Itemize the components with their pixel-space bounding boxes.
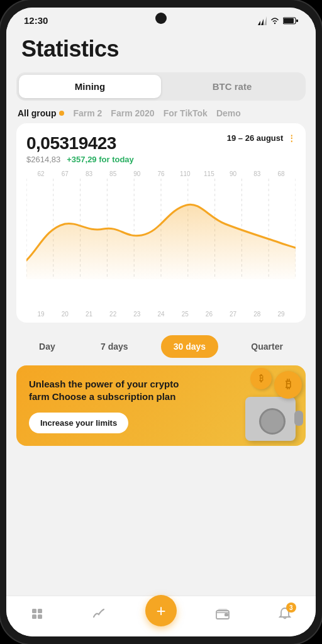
chart-area	[26, 179, 296, 304]
increase-limits-button[interactable]: Increase your limits	[29, 413, 128, 433]
period-quarter[interactable]: Quarter	[238, 335, 296, 358]
camera-notch	[155, 13, 167, 24]
top-label-6: 110	[173, 170, 197, 177]
bell-icon: 3	[276, 605, 294, 623]
svg-rect-5	[296, 19, 298, 22]
svg-rect-19	[32, 614, 36, 619]
coin-large: ₿	[274, 371, 302, 399]
period-30days[interactable]: 30 days	[161, 335, 218, 358]
top-label-3: 85	[101, 170, 125, 177]
filter-row: All group Farm 2 Farm 2020 For TikTok De…	[6, 108, 316, 123]
bot-label-2: 21	[77, 311, 101, 318]
bot-label-9: 28	[245, 311, 269, 318]
wallet-icon	[214, 605, 231, 623]
top-label-5: 76	[149, 170, 173, 177]
stats-icon	[91, 605, 108, 623]
period-day[interactable]: Day	[26, 335, 68, 358]
filter-farm2020[interactable]: Farm 2020	[111, 108, 154, 118]
svg-rect-18	[38, 609, 42, 613]
home-icon	[28, 605, 46, 623]
usd-value: $2614,83	[26, 155, 60, 164]
chart-svg	[26, 179, 296, 279]
status-icons	[258, 16, 298, 25]
filter-demo[interactable]: Demo	[216, 108, 241, 118]
notification-badge: 3	[286, 602, 296, 613]
main-content: Statistics Mining BTC rate All group Far…	[6, 30, 316, 596]
bot-label-10: 29	[269, 311, 293, 318]
chart-top-labels: 62 67 83 85 90 76 110 115 90 83 68	[26, 170, 296, 177]
main-value: 0,05319423	[26, 133, 134, 153]
period-row: Day 7 days 30 days Quarter	[6, 330, 316, 365]
svg-rect-4	[284, 18, 294, 23]
chart-bottom-labels: 19 20 21 22 23 24 25 26 27 28 29	[26, 308, 296, 318]
period-7days[interactable]: 7 days	[88, 335, 141, 358]
top-label-2: 83	[77, 170, 101, 177]
nav-home[interactable]	[21, 605, 53, 623]
tab-mining[interactable]: Mining	[19, 75, 161, 98]
nav-add[interactable]: +	[145, 601, 177, 626]
filter-all-group[interactable]: All group	[18, 108, 64, 118]
date-range[interactable]: 19 – 26 august ⋮	[227, 133, 296, 143]
tab-btc-rate[interactable]: BTC rate	[161, 75, 303, 98]
top-label-8: 90	[221, 170, 245, 177]
filter-tiktok[interactable]: For TikTok	[164, 108, 208, 118]
bot-label-0: 19	[29, 311, 53, 318]
top-label-1: 67	[53, 170, 77, 177]
top-label-4: 90	[125, 170, 149, 177]
filter-label-all-group: All group	[18, 108, 56, 118]
add-icon: +	[145, 595, 177, 626]
nav-stats[interactable]	[84, 605, 115, 623]
wifi-icon	[270, 17, 280, 25]
bot-label-4: 23	[125, 311, 149, 318]
top-label-7: 115	[197, 170, 221, 177]
filter-farm2[interactable]: Farm 2	[73, 108, 102, 118]
coin-small: ₿	[250, 368, 272, 389]
safe-illustration	[245, 397, 296, 441]
top-label-10: 68	[269, 170, 293, 177]
status-time: 12:30	[24, 15, 48, 26]
bottom-nav: +	[6, 596, 316, 636]
battery-icon	[283, 17, 298, 25]
bot-label-1: 20	[53, 311, 77, 318]
tabs-container: Mining BTC rate	[16, 72, 306, 101]
safe-handle	[294, 411, 303, 426]
promo-title: Unleash the power of your crypto farm Ch…	[29, 378, 187, 404]
promo-card: Unleash the power of your crypto farm Ch…	[16, 365, 306, 446]
svg-marker-1	[261, 19, 264, 25]
svg-marker-0	[258, 21, 260, 25]
bot-label-6: 25	[173, 311, 197, 318]
header: Statistics	[6, 30, 316, 72]
nav-notifications[interactable]: 3	[269, 605, 301, 623]
bot-label-7: 26	[197, 311, 221, 318]
bot-label-3: 22	[101, 311, 125, 318]
top-label-0: 62	[29, 170, 53, 177]
bot-label-5: 24	[149, 311, 173, 318]
page-title: Statistics	[21, 36, 301, 62]
signal-icon	[258, 16, 267, 25]
svg-rect-17	[32, 609, 36, 613]
active-dot	[59, 111, 64, 116]
svg-marker-2	[264, 16, 267, 25]
svg-rect-22	[225, 613, 228, 616]
change-value: +357,29 for today	[67, 155, 134, 164]
bot-label-8: 27	[221, 311, 245, 318]
nav-wallet[interactable]	[207, 605, 238, 623]
top-label-9: 83	[245, 170, 269, 177]
svg-rect-20	[38, 614, 42, 619]
chart-section: 0,05319423 $2614,83 +357,29 for today 19…	[16, 123, 306, 323]
sub-values: $2614,83 +357,29 for today	[26, 155, 134, 164]
